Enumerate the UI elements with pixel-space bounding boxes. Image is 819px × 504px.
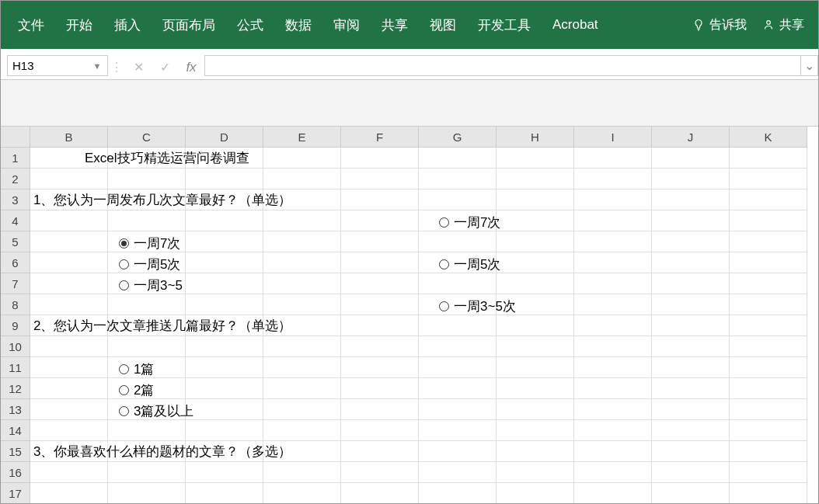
cell-J16[interactable] <box>652 462 730 483</box>
col-header-H[interactable]: H <box>497 127 574 148</box>
tab-page-layout[interactable]: 页面布局 <box>152 1 226 49</box>
cell-B13[interactable] <box>30 399 108 420</box>
radio-option[interactable]: 1篇 <box>119 359 154 380</box>
radio-option[interactable]: 一周5次 <box>439 254 500 275</box>
radio-option[interactable]: 一周7次 <box>439 212 500 233</box>
cell-F6[interactable] <box>341 252 419 273</box>
cell-I1[interactable] <box>574 148 652 169</box>
cell-H2[interactable] <box>497 169 574 189</box>
cell-H10[interactable] <box>497 336 574 357</box>
cell-I10[interactable] <box>574 336 652 357</box>
cell-K3[interactable] <box>730 189 807 210</box>
row-header-3[interactable]: 3 <box>1 189 30 210</box>
radio-option[interactable]: 一周3~5 <box>119 275 183 296</box>
cell-E1[interactable] <box>263 148 341 169</box>
cell-H3[interactable] <box>497 189 574 210</box>
cell-B8[interactable] <box>30 294 108 315</box>
row-header-12[interactable]: 12 <box>1 378 30 399</box>
cell-J3[interactable] <box>652 189 730 210</box>
cell-B4[interactable] <box>30 210 108 231</box>
cell-G14[interactable] <box>419 420 497 441</box>
cell-K5[interactable] <box>730 231 807 252</box>
cell-B12[interactable] <box>30 378 108 399</box>
cell-H1[interactable] <box>497 148 574 169</box>
cell-J13[interactable] <box>652 399 730 420</box>
cell-D10[interactable] <box>186 336 263 357</box>
cell-C13[interactable]: 3篇及以上 <box>108 399 186 420</box>
select-all[interactable] <box>1 127 30 148</box>
cell-E14[interactable] <box>263 420 341 441</box>
cell-K8[interactable] <box>730 294 807 315</box>
cell-I15[interactable] <box>574 441 652 462</box>
cell-E12[interactable] <box>263 378 341 399</box>
cell-F11[interactable] <box>341 357 419 378</box>
cell-F15[interactable] <box>341 441 419 462</box>
row-header-4[interactable]: 4 <box>1 210 30 231</box>
cell-J15[interactable] <box>652 441 730 462</box>
cell-K1[interactable] <box>730 148 807 169</box>
cell-B16[interactable] <box>30 462 108 483</box>
cell-G12[interactable] <box>419 378 497 399</box>
cell-G17[interactable] <box>419 483 497 504</box>
row-header-2[interactable]: 2 <box>1 169 30 189</box>
cell-D2[interactable] <box>186 169 263 189</box>
row-header-7[interactable]: 7 <box>1 273 30 294</box>
cell-F5[interactable] <box>341 231 419 252</box>
cell-I2[interactable] <box>574 169 652 189</box>
cell-J11[interactable] <box>652 357 730 378</box>
cell-D7[interactable] <box>186 273 263 294</box>
cell-G5[interactable] <box>419 231 497 252</box>
cell-B17[interactable] <box>30 483 108 504</box>
col-header-G[interactable]: G <box>419 127 497 148</box>
cell-D17[interactable] <box>186 483 263 504</box>
cell-C5[interactable]: 一周7次 <box>108 231 186 252</box>
row-header-16[interactable]: 16 <box>1 462 30 483</box>
cell-K15[interactable] <box>730 441 807 462</box>
cell-B6[interactable] <box>30 252 108 273</box>
cell-H16[interactable] <box>497 462 574 483</box>
radio-option[interactable]: 2篇 <box>119 380 154 401</box>
cell-K6[interactable] <box>730 252 807 273</box>
col-header-K[interactable]: K <box>730 127 807 148</box>
cell-H14[interactable] <box>497 420 574 441</box>
col-header-B[interactable]: B <box>30 127 108 148</box>
cell-J14[interactable] <box>652 420 730 441</box>
cell-H15[interactable] <box>497 441 574 462</box>
cell-E5[interactable] <box>263 231 341 252</box>
cell-C7[interactable]: 一周3~5 <box>108 273 186 294</box>
col-header-D[interactable]: D <box>186 127 263 148</box>
cell-J8[interactable] <box>652 294 730 315</box>
tab-share[interactable]: 共享 <box>371 1 419 49</box>
cell-F9[interactable] <box>341 315 419 336</box>
radio-option[interactable]: 3篇及以上 <box>119 401 193 422</box>
cell-G6[interactable]: 一周5次 <box>419 252 497 273</box>
cell-C16[interactable] <box>108 462 186 483</box>
cell-B14[interactable] <box>30 420 108 441</box>
cell-C11[interactable]: 1篇 <box>108 357 186 378</box>
cell-I14[interactable] <box>574 420 652 441</box>
row-header-17[interactable]: 17 <box>1 483 30 504</box>
cell-E7[interactable] <box>263 273 341 294</box>
cell-G4[interactable]: 一周7次 <box>419 210 497 231</box>
cell-H17[interactable] <box>497 483 574 504</box>
cell-H5[interactable] <box>497 231 574 252</box>
cell-B3[interactable]: 1、您认为一周发布几次文章最好？（单选） <box>30 189 108 210</box>
row-header-6[interactable]: 6 <box>1 252 30 273</box>
tab-insert[interactable]: 插入 <box>103 1 152 49</box>
row-header-15[interactable]: 15 <box>1 441 30 462</box>
cell-I16[interactable] <box>574 462 652 483</box>
row-header-8[interactable]: 8 <box>1 294 30 315</box>
cell-F1[interactable] <box>341 148 419 169</box>
cell-B2[interactable] <box>30 169 108 189</box>
cell-K4[interactable] <box>730 210 807 231</box>
col-header-J[interactable]: J <box>652 127 730 148</box>
cell-E10[interactable] <box>263 336 341 357</box>
cell-G16[interactable] <box>419 462 497 483</box>
cell-F10[interactable] <box>341 336 419 357</box>
cell-E16[interactable] <box>263 462 341 483</box>
cell-K9[interactable] <box>730 315 807 336</box>
cell-I3[interactable] <box>574 189 652 210</box>
cell-B15[interactable]: 3、你最喜欢什么样的题材的文章？（多选） <box>30 441 108 462</box>
tab-home[interactable]: 开始 <box>55 1 103 49</box>
cell-D5[interactable] <box>186 231 263 252</box>
